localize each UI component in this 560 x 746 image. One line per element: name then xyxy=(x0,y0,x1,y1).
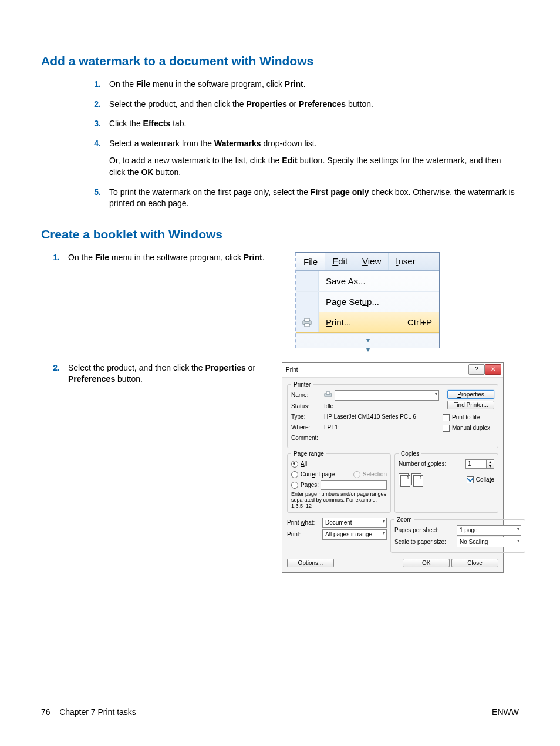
collate-icon: 21 xyxy=(411,473,423,486)
step-number: 2. xyxy=(82,99,109,110)
step-number: 4. xyxy=(82,138,109,150)
options-button[interactable]: Options... xyxy=(287,559,334,567)
printer-icon xyxy=(296,312,319,332)
chevron-down-icon: ▾▾ xyxy=(366,336,369,354)
menuitem-save-as[interactable]: Save As... xyxy=(296,271,439,291)
collate-icon: 21 xyxy=(399,473,410,486)
page-footer: 76 Chapter 7 Print tasks ENWW xyxy=(41,707,519,717)
printer-icon xyxy=(324,391,332,399)
step-number: 5. xyxy=(82,187,109,199)
group-page-range: Page range All Current page Selection Pa… xyxy=(287,451,391,513)
ok-button[interactable]: OK xyxy=(403,559,450,567)
print-what-select[interactable]: Document xyxy=(322,518,387,528)
close-button[interactable]: Close xyxy=(451,559,498,567)
shortcut-label: Ctrl+P xyxy=(407,317,439,327)
scale-to-paper-select[interactable]: No Scaling xyxy=(457,537,521,547)
step-body: Select a watermark from the Watermarks d… xyxy=(109,138,519,179)
figure-file-menu: File Edit View Inser Save As... Page Set… xyxy=(295,252,440,348)
blank-icon xyxy=(296,292,319,312)
step-number: 1. xyxy=(41,252,68,264)
blank-icon xyxy=(296,271,319,291)
collate-checkbox[interactable] xyxy=(467,476,474,483)
step-number: 2. xyxy=(41,362,68,374)
step-number: 3. xyxy=(82,118,109,130)
menu-file[interactable]: File xyxy=(296,253,325,270)
group-zoom: Zoom Pages per sheet:1 page Scale to pap… xyxy=(390,516,525,553)
manual-duplex-checkbox[interactable] xyxy=(443,425,450,432)
group-print-what: Print what:Document Print:All pages in r… xyxy=(287,516,387,553)
print-to-file-checkbox[interactable] xyxy=(443,414,450,421)
range-current-radio[interactable] xyxy=(291,471,298,478)
printer-name-select[interactable] xyxy=(335,390,439,401)
dialog-title: Print xyxy=(286,365,468,373)
menu-expand[interactable]: ▾▾ xyxy=(296,333,439,348)
print-range-select[interactable]: All pages in range xyxy=(322,529,387,540)
svg-rect-1 xyxy=(305,318,309,321)
help-button[interactable]: ? xyxy=(468,364,485,375)
step-body: Select the product, and then click the P… xyxy=(68,362,282,385)
pages-hint: Enter page numbers and/or page ranges se… xyxy=(291,491,387,509)
heading-booklet: Create a booklet with Windows xyxy=(41,227,519,241)
step-body: On the File menu in the software program… xyxy=(109,79,519,90)
find-printer-button[interactable]: Find Printer... xyxy=(447,401,494,409)
figure-print-dialog: Print ? ✕ Printer Name: xyxy=(282,362,504,573)
step-number: 1. xyxy=(82,79,109,90)
menuitem-page-setup[interactable]: Page Setup... xyxy=(296,291,439,312)
menu-view[interactable]: View xyxy=(355,253,389,270)
group-printer: Printer Name: Status:Idle xyxy=(287,381,498,448)
svg-rect-2 xyxy=(305,324,309,327)
range-all-radio[interactable] xyxy=(291,461,298,468)
menuitem-print[interactable]: Print... Ctrl+P xyxy=(296,312,439,333)
step-body: Click the Effects tab. xyxy=(109,118,519,130)
range-pages-radio[interactable] xyxy=(291,482,298,489)
group-copies: Copies Number of copies: 1 ▲▼ 21 21 xyxy=(394,451,498,513)
svg-rect-4 xyxy=(326,392,330,394)
step-body: Select the product, and then click the P… xyxy=(109,99,519,110)
properties-button[interactable]: Properties xyxy=(447,390,494,399)
copies-spinner[interactable]: 1 ▲▼ xyxy=(465,459,494,469)
watermark-steps: 1. On the File menu in the software prog… xyxy=(82,79,519,210)
step-body: To print the watermark on the first page… xyxy=(109,187,519,210)
pages-per-sheet-select[interactable]: 1 page xyxy=(457,525,521,536)
step-body: On the File menu in the software program… xyxy=(68,252,282,264)
range-selection-radio[interactable] xyxy=(353,471,360,478)
close-icon[interactable]: ✕ xyxy=(485,364,501,375)
pages-input[interactable] xyxy=(321,480,387,490)
menu-insert[interactable]: Inser xyxy=(389,253,423,270)
heading-watermark: Add a watermark to a document with Windo… xyxy=(41,54,519,68)
menu-edit[interactable]: Edit xyxy=(325,253,355,270)
